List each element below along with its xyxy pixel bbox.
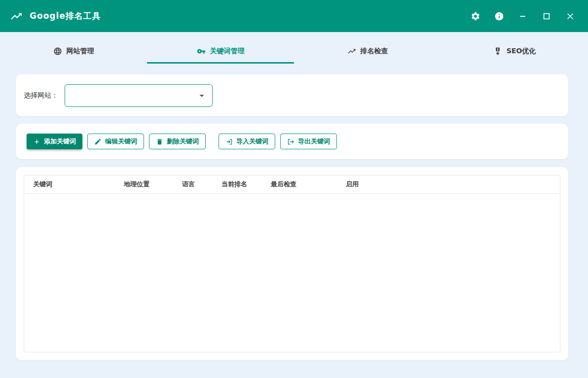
edit-keyword-button[interactable]: 编辑关键词 [87,134,144,149]
add-keyword-button[interactable]: 添加关键词 [27,134,82,149]
keyword-table-header-row: 关键词 地理位置 语言 当前排名 最后检查 启用 [24,175,560,194]
tab-keyword-management[interactable]: 关键词管理 [147,40,294,64]
plus-icon [33,138,40,145]
column-header-enabled: 启用 [346,180,560,189]
minimize-icon[interactable] [515,8,531,24]
keyword-table-body[interactable] [24,194,560,352]
trending-up-icon [10,10,23,23]
keyword-toolbar-card: 添加关键词 编辑关键词 删除关键词 导入关键词 导出关键词 [16,124,568,159]
tabbar: 网站管理 关键词管理 排名检查 SEO优化 [0,32,588,64]
tab-rank-check[interactable]: 排名检查 [294,40,441,64]
export-keyword-button[interactable]: 导出关键词 [280,134,337,149]
button-label: 添加关键词 [44,137,76,146]
pencil-icon [94,138,102,145]
tab-seo-optimization[interactable]: SEO优化 [441,40,588,64]
app-title: Google排名工具 [30,10,101,22]
globe-icon [53,47,62,56]
column-header-location: 地理位置 [124,180,182,189]
info-icon[interactable] [491,8,507,24]
titlebar: Google排名工具 [0,0,588,32]
button-label: 删除关键词 [167,137,199,146]
close-icon[interactable] [562,8,578,24]
maximize-icon[interactable] [539,8,554,24]
trash-icon [156,138,163,145]
seo-badge-icon [493,47,502,56]
keyword-table: 关键词 地理位置 语言 当前排名 最后检查 启用 [24,175,560,352]
trending-up-icon [347,47,356,56]
column-header-keyword: 关键词 [24,180,124,189]
import-keyword-button[interactable]: 导入关键词 [219,134,275,149]
chevron-down-icon [196,90,207,101]
column-header-last-check: 最后检查 [271,180,346,189]
tab-label: 排名检查 [361,47,388,56]
tab-label: SEO优化 [507,47,536,56]
tab-label: 关键词管理 [210,47,245,56]
site-selector-card: 选择网站： [16,74,568,116]
button-label: 导出关键词 [298,137,330,146]
column-header-current-rank: 当前排名 [221,180,271,189]
tab-site-management[interactable]: 网站管理 [0,40,147,64]
titlebar-actions [468,8,578,24]
button-label: 导入关键词 [236,137,268,146]
gear-icon[interactable] [468,8,483,24]
button-label: 编辑关键词 [105,137,137,146]
delete-keyword-button[interactable]: 删除关键词 [149,134,206,149]
keyword-table-card: 关键词 地理位置 语言 当前排名 最后检查 启用 [16,167,568,360]
key-icon [197,47,206,56]
site-selector-label: 选择网站： [24,91,58,100]
import-icon [225,138,233,145]
tab-label: 网站管理 [67,47,94,56]
site-select-dropdown[interactable] [65,84,213,107]
column-header-language: 语言 [182,180,221,189]
export-icon [287,138,294,145]
